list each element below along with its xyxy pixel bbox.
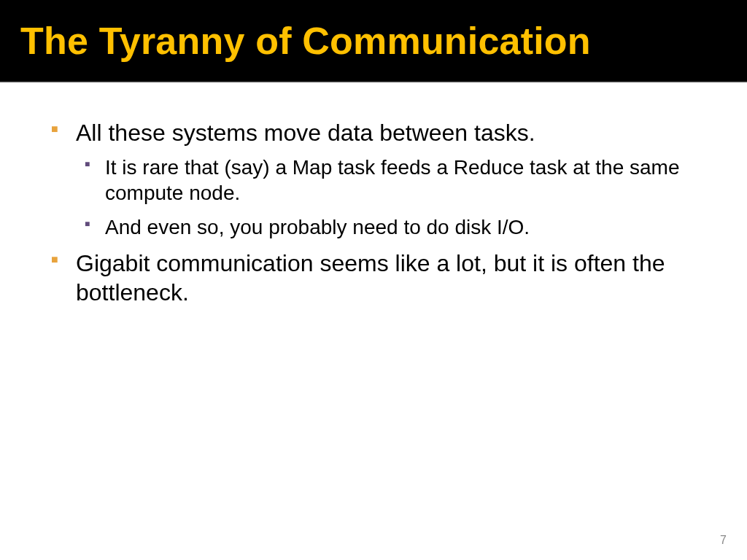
bullet-level2: It is rare that (say) a Map task feeds a…	[47, 155, 712, 206]
bullet-list: All these systems move data between task…	[47, 118, 712, 307]
slide-content: All these systems move data between task…	[0, 83, 747, 307]
title-bar: The Tyranny of Communication	[0, 0, 747, 82]
slide-title: The Tyranny of Communication	[20, 19, 591, 63]
bullet-level1: All these systems move data between task…	[47, 118, 712, 147]
bullet-level2: And even so, you probably need to do dis…	[47, 214, 712, 240]
bullet-level1: Gigabit communication seems like a lot, …	[47, 249, 712, 307]
page-number: 7	[720, 534, 727, 547]
slide: The Tyranny of Communication All these s…	[0, 0, 747, 560]
